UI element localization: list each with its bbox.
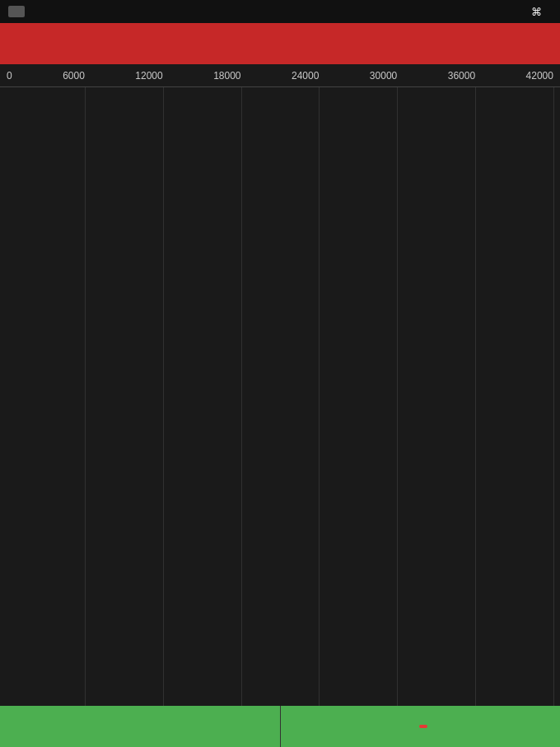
status-icon <box>8 6 25 17</box>
scale-label: 36000 <box>448 70 475 82</box>
scale-label: 6000 <box>63 70 85 82</box>
grid-line <box>475 87 476 706</box>
scale-label: 24000 <box>292 70 319 82</box>
scale-bar: 06000120001800024000300003600042000 <box>0 64 560 87</box>
grid-line <box>241 87 242 706</box>
scale-label: 18000 <box>213 70 240 82</box>
title-bar <box>0 23 560 64</box>
scale-label: 0 <box>7 70 12 82</box>
grid-line <box>319 87 320 706</box>
scale-label: 12000 <box>135 70 162 82</box>
scale-label: 30000 <box>370 70 397 82</box>
show-off-button[interactable] <box>0 706 281 747</box>
status-bar: ⌘ <box>0 0 560 23</box>
grid-line <box>85 87 86 706</box>
wifi-icon: ⌘ <box>531 6 542 18</box>
scale-label: 42000 <box>526 70 553 82</box>
chart-area <box>0 87 560 706</box>
scale-labels: 06000120001800024000300003600042000 <box>7 70 553 82</box>
bottom-bar <box>0 706 560 747</box>
grid-line <box>397 87 398 706</box>
grid-lines <box>7 87 553 706</box>
score-detail-button[interactable] <box>281 706 561 747</box>
grid-line <box>553 87 554 706</box>
brand-badge <box>419 725 427 728</box>
status-right: ⌘ <box>531 6 552 18</box>
grid-line <box>163 87 164 706</box>
